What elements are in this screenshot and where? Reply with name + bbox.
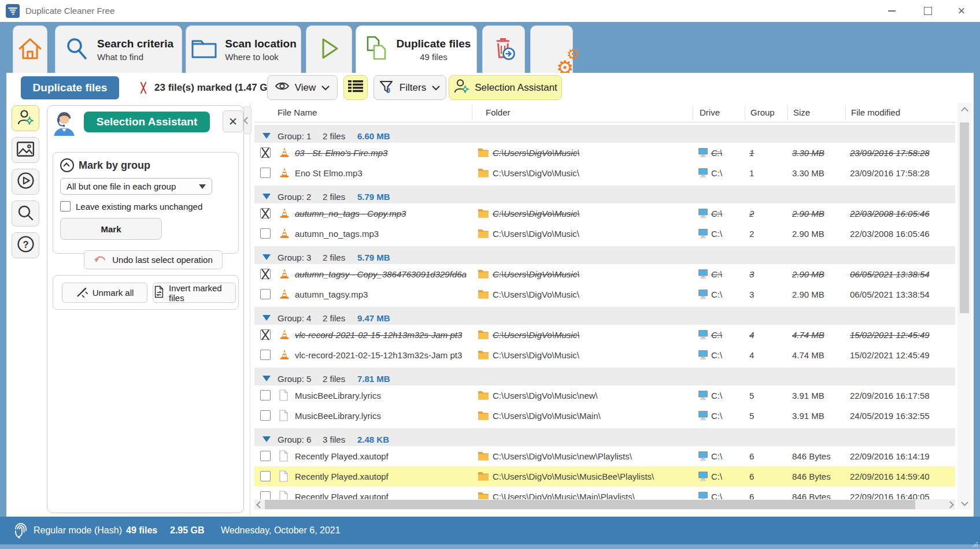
- tab-duplicate-files[interactable]: Duplicate files49 files: [356, 25, 477, 73]
- row-checkbox[interactable]: [260, 471, 271, 481]
- horizontal-scroll-thumb[interactable]: [265, 500, 915, 509]
- tab-settings[interactable]: ⚙⚙: [530, 25, 573, 73]
- collapse-panel-handle[interactable]: [243, 106, 252, 134]
- tab-home[interactable]: [13, 25, 47, 73]
- file-drive: C:\: [711, 391, 741, 400]
- group-collapse-triangle-icon[interactable]: [262, 376, 271, 381]
- column-header-group[interactable]: Group: [750, 107, 775, 117]
- table-row[interactable]: autumn_tagsy - Copy_3864763091d329fd6aC:…: [254, 264, 955, 284]
- group-header-row[interactable]: Group: 32 files5.79 MB: [254, 244, 955, 264]
- folder-icon: [478, 329, 489, 339]
- undo-select-button[interactable]: Undo last select operation: [84, 250, 223, 269]
- search-icon: [64, 35, 90, 64]
- row-checkbox[interactable]: [260, 208, 271, 218]
- column-header-size[interactable]: Size: [793, 107, 810, 117]
- group-collapse-triangle-icon[interactable]: [262, 194, 271, 199]
- table-row[interactable]: vlc-record-2021-02-15-12h13m32s-Jam pt3C…: [254, 345, 955, 365]
- scroll-right-button[interactable]: [945, 499, 955, 510]
- row-checkbox[interactable]: [260, 491, 271, 499]
- column-header-file-modified[interactable]: File modified: [851, 107, 900, 117]
- file-modified: 15/02/2021 12:45:49: [850, 350, 954, 360]
- table-row[interactable]: vlc-record-2021-02-15-12h13m32s-Jam pt3C…: [254, 325, 955, 345]
- group-collapse-triangle-icon[interactable]: [262, 436, 271, 442]
- tab-start-scan[interactable]: [306, 25, 352, 73]
- tab-file-removal[interactable]: [482, 25, 525, 73]
- dupdocs-icon: [362, 35, 390, 65]
- group-header-row[interactable]: Group: 12 files6.60 MB: [254, 123, 955, 143]
- table-row[interactable]: Recently Played.xautopfC:\Users\DigVo\Mu…: [254, 466, 955, 487]
- table-row[interactable]: MusicBeeLibrary.lyricsC:\Users\DigVo\Mus…: [254, 406, 955, 426]
- vertical-scrollbar[interactable]: [957, 103, 971, 510]
- file-name: autumn_tagsy.mp3: [295, 290, 469, 299]
- tab-title: Search criteria: [97, 38, 173, 50]
- resize-grip[interactable]: [972, 539, 978, 545]
- scroll-left-button[interactable]: [254, 499, 265, 510]
- row-checkbox[interactable]: [260, 451, 271, 461]
- folder-icon: [478, 471, 489, 481]
- details-view-button[interactable]: [343, 75, 368, 100]
- folder-icon: [478, 147, 489, 157]
- sidebar-button-selection-assistant[interactable]: [12, 105, 39, 131]
- tab-subtitle: What to find: [97, 52, 173, 62]
- group-header-row[interactable]: Group: 22 files5.79 MB: [254, 183, 955, 203]
- group-header-band: Group: 22 files5.79 MB: [254, 186, 955, 203]
- group-header-row[interactable]: Group: 52 files7.81 MB: [254, 365, 955, 385]
- row-checkbox[interactable]: [260, 228, 271, 239]
- group-header-band: Group: 52 files7.81 MB: [254, 368, 955, 385]
- file-group-number: 2: [749, 229, 775, 239]
- selection-assistant-button[interactable]: Selection Assistant: [449, 75, 562, 100]
- group-collapse-triangle-icon[interactable]: [262, 254, 271, 260]
- close-button[interactable]: ×: [947, 0, 976, 22]
- row-checkbox[interactable]: [260, 390, 271, 400]
- leave-marks-checkbox[interactable]: [60, 201, 71, 212]
- row-checkbox[interactable]: [260, 410, 271, 421]
- column-header-file-name[interactable]: File Name: [278, 107, 317, 117]
- maximize-icon: [924, 7, 932, 15]
- group-collapse-triangle-icon[interactable]: [262, 315, 271, 321]
- tab-scan-location[interactable]: Scan locationWhere to look: [186, 25, 301, 73]
- table-row[interactable]: autumn_no_tags - Copy.mp3C:\Users\DigVo\…: [254, 203, 955, 224]
- filters-button[interactable]: 0 Filters: [373, 75, 446, 100]
- column-header-folder[interactable]: Folder: [486, 107, 511, 117]
- row-checkbox[interactable]: [260, 329, 271, 340]
- table-row[interactable]: Eno St Elmo.mp3C:\Users\DigVo\Music\C:\1…: [254, 163, 955, 183]
- table-row[interactable]: 03 - St. Elmo's Fire.mp3C:\Users\DigVo\M…: [254, 143, 955, 163]
- minimize-button[interactable]: [877, 0, 906, 22]
- unmark-all-button[interactable]: Unmark all: [62, 283, 147, 303]
- group-header-row[interactable]: Group: 42 files9.47 MB: [254, 305, 955, 325]
- collapse-section-icon[interactable]: [60, 158, 74, 172]
- table-row[interactable]: autumn_no_tags.mp3C:\Users\DigVo\Music\C…: [254, 224, 955, 244]
- tab-search-criteria[interactable]: Search criteriaWhat to find: [55, 25, 182, 73]
- marked-summary: 23 file(s) marked (1.47 GB): [154, 82, 278, 94]
- horizontal-scrollbar[interactable]: [254, 499, 955, 510]
- file-name: Recently Played.xautopf: [295, 451, 469, 461]
- row-checkbox[interactable]: [260, 168, 271, 178]
- file-size: 3.30 MB: [792, 168, 843, 178]
- group-collapse-triangle-icon[interactable]: [262, 133, 271, 139]
- invert-marked-button[interactable]: Invert marked files: [153, 283, 236, 303]
- group-header-row[interactable]: Group: 63 files2.48 KB: [254, 426, 955, 446]
- mark-rule-value: All but one file in each group: [66, 181, 176, 191]
- row-checkbox[interactable]: [260, 269, 271, 279]
- drive-icon: [697, 208, 709, 218]
- maximize-button[interactable]: [914, 0, 942, 22]
- row-checkbox[interactable]: [260, 147, 271, 158]
- table-row[interactable]: Recently Played.xautopfC:\Users\DigVo\Mu…: [254, 446, 955, 466]
- table-row[interactable]: autumn_tagsy.mp3C:\Users\DigVo\Music\C:\…: [254, 284, 955, 305]
- table-row[interactable]: MusicBeeLibrary.lyricsC:\Users\DigVo\Mus…: [254, 385, 955, 406]
- sidebar-button-image-preview[interactable]: [12, 137, 39, 163]
- column-header-drive[interactable]: Drive: [700, 107, 720, 117]
- sidebar-button-search-list[interactable]: [12, 201, 39, 227]
- table-row[interactable]: Recently Played.xautopfC:\Users\DigVo\Mu…: [254, 487, 955, 499]
- vertical-scroll-thumb[interactable]: [960, 123, 969, 313]
- sidebar-button-help[interactable]: ?: [12, 232, 39, 258]
- scroll-up-button[interactable]: [959, 105, 970, 116]
- row-checkbox[interactable]: [260, 289, 271, 299]
- sidebar-button-media-preview[interactable]: [12, 169, 39, 195]
- scroll-down-button[interactable]: [959, 497, 970, 507]
- mark-rule-dropdown[interactable]: All but one file in each group: [60, 178, 212, 195]
- mark-button[interactable]: Mark: [60, 218, 162, 240]
- assistant-close-button[interactable]: ✕: [223, 110, 243, 132]
- row-checkbox[interactable]: [260, 350, 271, 360]
- view-button[interactable]: View: [267, 75, 338, 100]
